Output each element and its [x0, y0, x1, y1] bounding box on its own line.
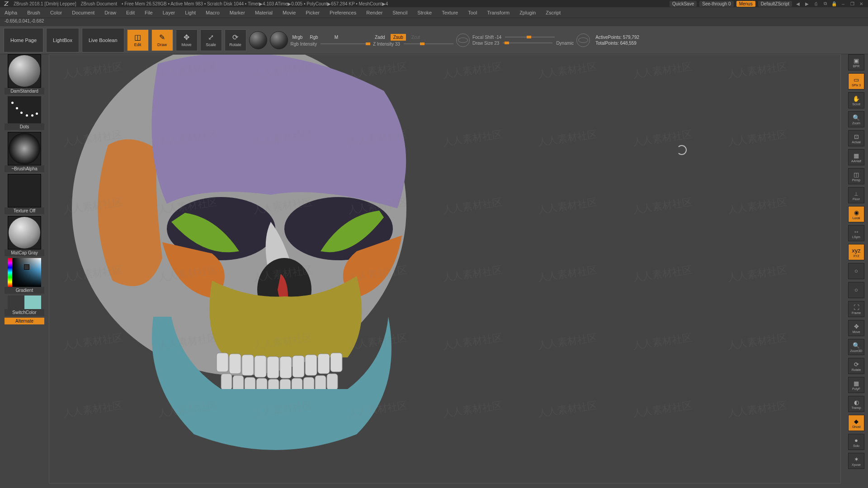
rightbar-ghost[interactable]: ◆Ghost [848, 415, 864, 431]
zadd-toggle[interactable]: Zadd [373, 34, 387, 41]
menu-item-alpha[interactable]: Alpha [5, 10, 17, 15]
menu-item-light[interactable]: Light [185, 10, 196, 15]
default-zscript[interactable]: DefaultZScript [758, 1, 792, 7]
watermark-text: 人人素材社区 [537, 127, 598, 149]
seethrough-slider[interactable]: See-through 0 [699, 1, 733, 7]
draw-size-slider[interactable] [503, 42, 552, 43]
dup-window-icon[interactable]: ⧉ [822, 0, 828, 7]
edit-mode-button[interactable]: ◫Edit [127, 29, 149, 51]
viewport[interactable]: 人人素材社区人人素材社区人人素材社区人人素材社区人人素材社区人人素材社区人人素材… [49, 54, 841, 483]
stroke-picker[interactable]: Dots [5, 96, 44, 130]
menu-item-zscript[interactable]: Zscript [546, 10, 561, 15]
menu-item-marker[interactable]: Marker [230, 10, 245, 15]
menu-item-transform[interactable]: Transform [487, 10, 509, 15]
rightbar-blank-11[interactable]: ○ [848, 263, 864, 279]
menu-item-stencil[interactable]: Stencil [392, 10, 407, 15]
rightbar-floor[interactable]: ⟂Floor [848, 187, 864, 203]
rightbar-zoom3d[interactable]: 🔍Zoom3D [848, 339, 864, 355]
gyro-icon[interactable] [456, 33, 470, 47]
menus-button[interactable]: Menus [736, 1, 755, 7]
rgb-intensity-slider[interactable] [321, 43, 370, 44]
menu-item-draw[interactable]: Draw [104, 10, 116, 15]
rightbar-solo[interactable]: ●Solo [848, 434, 864, 450]
z-intensity-slider[interactable] [404, 43, 453, 44]
zcut-toggle[interactable]: Zcut [410, 34, 422, 41]
scale-mode-button[interactable]: ⤢Scale [200, 29, 222, 51]
texture-picker[interactable]: Texture Off [5, 174, 44, 214]
menu-item-brush[interactable]: Brush [27, 10, 40, 15]
color-picker[interactable]: Gradient [5, 258, 44, 294]
menu-item-macro[interactable]: Macro [206, 10, 220, 15]
rightbar-actual[interactable]: ⊡Actual [848, 130, 864, 146]
rightbar-polyf[interactable]: ▦PolyF [848, 377, 864, 393]
left-panel: DamStandard Dots ~BrushAlpha Texture Off… [5, 54, 44, 324]
zsub-toggle[interactable]: Zsub [391, 34, 406, 41]
draw-size-label[interactable]: Draw Size 23 [472, 41, 499, 46]
draw-mode-button[interactable]: ✎Draw [151, 29, 173, 51]
material-picker[interactable]: MatCap Gray [5, 216, 44, 256]
menu-item-tool[interactable]: Tool [468, 10, 477, 15]
menu-item-edit[interactable]: Edit [126, 10, 135, 15]
live-boolean-button[interactable]: Live Boolean [82, 28, 124, 52]
rightbar-lsym[interactable]: ↔LSym [848, 225, 864, 241]
menu-item-texture[interactable]: Texture [442, 10, 458, 15]
rightbar-local[interactable]: ◉Local [848, 206, 864, 222]
menu-item-document[interactable]: Document [72, 10, 94, 15]
menu-item-preferences[interactable]: Preferences [330, 10, 356, 15]
alpha-picker[interactable]: ~BrushAlpha [5, 132, 44, 172]
menu-item-zplugin[interactable]: Zplugin [519, 10, 536, 15]
menu-item-layer[interactable]: Layer [163, 10, 175, 15]
material-preview-icon[interactable] [270, 31, 288, 49]
rightbar-zoom[interactable]: 🔍Zoom [848, 111, 864, 127]
close-icon[interactable]: ✕ [858, 0, 864, 7]
sculptris-pro-icon[interactable] [249, 31, 267, 49]
quicksave-button[interactable]: QuickSave [670, 1, 697, 7]
focal-shift-label[interactable]: Focal Shift -14 [472, 35, 501, 40]
rightbar-xyz[interactable]: xyzXYZ [848, 244, 864, 260]
mrgb-toggle[interactable]: Mrgb [291, 34, 305, 41]
watermark-text: 人人素材社区 [727, 263, 788, 285]
arrow-left-icon[interactable]: ◀ [795, 0, 801, 7]
rgb-intensity-label[interactable]: Rgb Intensity [291, 42, 317, 47]
menu-item-material[interactable]: Material [255, 10, 273, 15]
restore-icon[interactable]: ❐ [849, 0, 855, 7]
menu-item-color[interactable]: Color [50, 10, 62, 15]
menu-item-render[interactable]: Render [366, 10, 382, 15]
menu-item-stroke[interactable]: Stroke [417, 10, 432, 15]
arrow-right-icon[interactable]: ▶ [804, 0, 810, 7]
perspective-gizmo-icon[interactable] [576, 33, 590, 47]
menu-item-movie[interactable]: Movie [283, 10, 296, 15]
z-intensity-label[interactable]: Z Intensity 33 [373, 42, 400, 47]
menu-item-picker[interactable]: Picker [306, 10, 320, 15]
m-toggle[interactable]: M [333, 34, 340, 41]
active-points: ActivePoints: 579,792 [595, 35, 639, 40]
move-mode-button[interactable]: ✥Move [176, 29, 198, 51]
rightbar-spix-3[interactable]: ▭SPix 3 [848, 73, 864, 89]
rightbar-bpr[interactable]: ▣BPR [848, 54, 864, 70]
alternate-button[interactable]: Alternate [5, 318, 44, 324]
rightbar-rotate[interactable]: ⟳Rotate [848, 358, 864, 374]
rightbar-frame[interactable]: ⛶Frame [848, 301, 864, 317]
rotate-mode-button[interactable]: ⟳Rotate [225, 29, 246, 51]
doc-title: ZBrush Document [80, 1, 117, 6]
focal-shift-slider[interactable] [505, 37, 555, 38]
blank-icon: ○ [854, 267, 858, 274]
rightbar-xpose[interactable]: ✶Xpose [848, 453, 864, 469]
lock-icon[interactable]: 🔒 [831, 0, 837, 7]
rightbar-scroll[interactable]: ✋Scroll [848, 92, 864, 108]
brush-picker[interactable]: DamStandard [5, 54, 44, 94]
rgb-toggle[interactable]: Rgb [308, 34, 320, 41]
svg-rect-11 [305, 355, 317, 375]
rightbar-aahalf[interactable]: ▦AAHalf [848, 149, 864, 165]
switch-color[interactable]: SwitchColor [5, 296, 44, 316]
menu-item-file[interactable]: File [145, 10, 153, 15]
rightbar-transp[interactable]: ◐Transp [848, 396, 864, 412]
rightbar-persp[interactable]: ◫Persp [848, 168, 864, 184]
home-page-button[interactable]: Home Page [4, 28, 43, 52]
pin-icon[interactable]: ⎙ [813, 0, 819, 7]
lightbox-button[interactable]: LightBox [46, 28, 79, 52]
minimize-icon[interactable]: – [840, 0, 846, 7]
rightbar-move[interactable]: ✥Move [848, 320, 864, 336]
dynamic-toggle[interactable]: Dynamic [556, 41, 574, 46]
rightbar-blank-12[interactable]: ○ [848, 282, 864, 298]
